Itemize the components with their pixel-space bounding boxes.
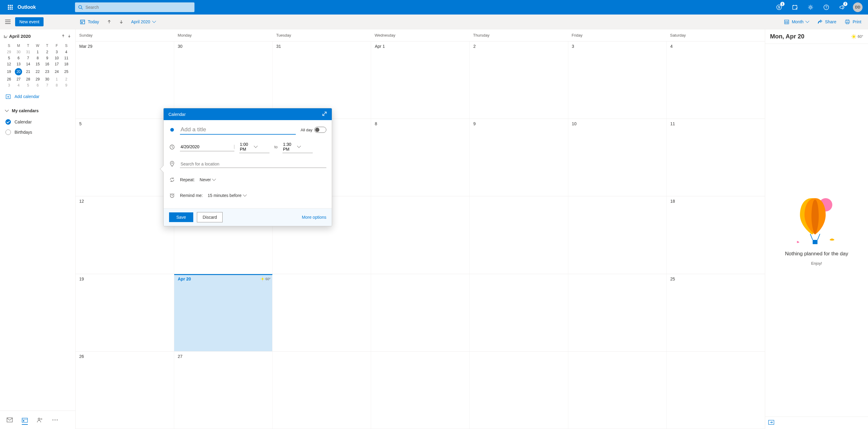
day-cell[interactable]: 31 [273, 41, 371, 119]
day-cell[interactable]: 19 [75, 274, 174, 351]
mini-day[interactable]: 2 [61, 76, 71, 82]
day-cell[interactable] [568, 196, 667, 274]
more-options-link[interactable]: More options [302, 215, 326, 220]
mini-day[interactable]: 5 [23, 82, 33, 88]
announcements-icon[interactable]: 7 [835, 0, 849, 14]
mini-day[interactable]: 15 [33, 61, 43, 67]
mini-day[interactable]: 22 [33, 67, 43, 76]
mini-day[interactable]: 5 [4, 55, 14, 61]
nav-toggle-icon[interactable] [2, 16, 14, 28]
mini-day[interactable]: 1 [52, 76, 62, 82]
mini-day[interactable]: 16 [42, 61, 52, 67]
calendar-module-icon[interactable] [19, 414, 31, 426]
start-date-field[interactable] [180, 143, 235, 151]
day-notes-icon[interactable] [787, 0, 802, 14]
day-cell[interactable] [470, 274, 568, 351]
mini-day[interactable]: 24 [52, 67, 62, 76]
day-cell[interactable]: Apr 1 [371, 41, 470, 119]
mini-day[interactable]: 7 [23, 55, 33, 61]
allday-toggle[interactable] [314, 127, 326, 133]
mini-day[interactable]: 8 [52, 82, 62, 88]
mini-day[interactable]: 21 [23, 67, 33, 76]
day-cell[interactable]: 8 [371, 119, 470, 196]
calendar-item-birthdays[interactable]: Birthdays [4, 127, 71, 137]
day-cell[interactable]: 9 [470, 119, 568, 196]
mini-day[interactable]: 17 [52, 61, 62, 67]
new-event-button[interactable]: New event [15, 17, 43, 26]
mini-day[interactable]: 18 [61, 61, 71, 67]
settings-icon[interactable] [803, 0, 818, 14]
day-cell[interactable]: 3 [568, 41, 667, 119]
mini-day[interactable]: 20 [14, 67, 24, 76]
search-box[interactable] [75, 2, 194, 12]
event-title-input[interactable] [180, 125, 296, 134]
day-cell[interactable] [666, 351, 765, 429]
day-cell[interactable] [470, 351, 568, 429]
mini-prev-button[interactable] [61, 34, 65, 39]
mini-day[interactable]: 4 [14, 82, 24, 88]
mini-day[interactable]: 6 [14, 55, 24, 61]
day-cell[interactable]: 26 [75, 351, 174, 429]
date-picker-button[interactable]: April 2020 [128, 18, 158, 26]
mini-day[interactable]: 25 [61, 67, 71, 76]
day-cell[interactable]: 10 [568, 119, 667, 196]
mini-day[interactable]: 9 [61, 82, 71, 88]
agenda-weather[interactable]: 60° [851, 34, 863, 39]
mini-day[interactable]: 14 [23, 61, 33, 67]
people-module-icon[interactable] [34, 414, 46, 426]
mini-day[interactable]: 27 [14, 76, 24, 82]
mini-day[interactable]: 23 [42, 67, 52, 76]
today-button[interactable]: Today [77, 17, 102, 26]
day-cell[interactable] [568, 351, 667, 429]
day-cell[interactable]: Mar 29 [75, 41, 174, 119]
mini-day[interactable]: 26 [4, 76, 14, 82]
day-cell[interactable]: 11 [666, 119, 765, 196]
day-cell[interactable]: Apr 2060° [174, 274, 273, 351]
chevron-down-icon[interactable] [4, 34, 7, 37]
day-cell[interactable]: 30 [174, 41, 273, 119]
prev-period-button[interactable] [104, 18, 114, 26]
day-cell[interactable] [273, 274, 371, 351]
expand-compose-icon[interactable] [322, 111, 327, 117]
mini-day[interactable]: 30 [14, 49, 24, 55]
day-cell[interactable]: 12 [75, 196, 174, 274]
mini-day[interactable]: 29 [33, 76, 43, 82]
skype-icon[interactable]: S 1 [772, 0, 786, 14]
repeat-picker[interactable]: Never [199, 177, 215, 182]
view-switcher-button[interactable]: Month [781, 17, 812, 26]
mini-day[interactable]: 12 [4, 61, 14, 67]
share-button[interactable]: Share [814, 17, 839, 26]
checkbox-on-icon[interactable] [5, 119, 11, 125]
start-time-field[interactable]: 1:00 PM [239, 141, 270, 153]
day-cell[interactable] [371, 274, 470, 351]
day-cell[interactable] [470, 196, 568, 274]
mini-day[interactable]: 3 [52, 49, 62, 55]
end-time-field[interactable]: 1:30 PM [282, 141, 313, 153]
day-cell[interactable]: 2 [470, 41, 568, 119]
mini-day[interactable]: 19 [4, 67, 14, 76]
mail-module-icon[interactable] [4, 414, 16, 426]
calendar-item-calendar[interactable]: Calendar [4, 117, 71, 127]
day-cell[interactable] [273, 351, 371, 429]
mini-day[interactable]: 6 [33, 82, 43, 88]
help-icon[interactable]: ? [819, 0, 834, 14]
day-cell[interactable]: 18 [666, 196, 765, 274]
day-cell[interactable] [568, 274, 667, 351]
mini-day[interactable]: 29 [4, 49, 14, 55]
mini-next-button[interactable] [67, 34, 71, 39]
day-cell[interactable]: 4 [666, 41, 765, 119]
mini-day[interactable]: 9 [42, 55, 52, 61]
more-modules-icon[interactable] [49, 414, 61, 426]
my-calendars-section[interactable]: My calendars [4, 105, 71, 117]
mini-day[interactable]: 28 [23, 76, 33, 82]
mini-day[interactable]: 8 [33, 55, 43, 61]
mini-day[interactable]: 13 [14, 61, 24, 67]
location-input[interactable] [180, 160, 326, 168]
mini-day[interactable]: 2 [42, 49, 52, 55]
day-cell[interactable]: 25 [666, 274, 765, 351]
mini-day[interactable]: 31 [23, 49, 33, 55]
account-avatar[interactable]: DD [853, 2, 863, 12]
discard-button[interactable]: Discard [197, 212, 223, 222]
mini-day[interactable]: 7 [42, 82, 52, 88]
day-cell[interactable]: 5 [75, 119, 174, 196]
